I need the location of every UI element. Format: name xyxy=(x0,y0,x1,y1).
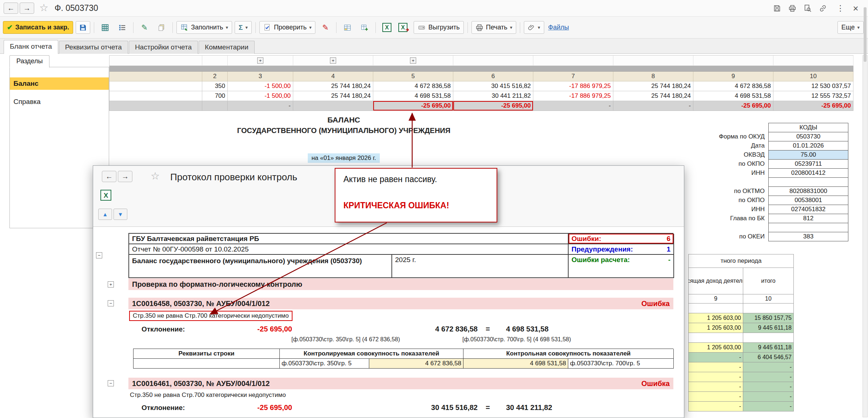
window-menu-kebab[interactable]: ⋮ xyxy=(834,3,847,14)
period-cell[interactable] xyxy=(688,333,743,343)
code-value[interactable]: 0208001412 xyxy=(768,168,848,178)
sheet-cell[interactable]: - xyxy=(533,101,613,111)
code-value[interactable]: 05239711 xyxy=(768,159,848,169)
tab-report-form[interactable]: Бланк отчета xyxy=(4,40,58,54)
sheet-cell[interactable] xyxy=(453,56,533,66)
sheet-cell[interactable]: 12 555 732,57 xyxy=(773,91,853,101)
period-cell[interactable]: - xyxy=(688,391,743,402)
period-cell[interactable]: - xyxy=(688,401,743,411)
period-cell[interactable]: - xyxy=(743,362,794,372)
sheet-column-header[interactable]: 4 xyxy=(293,72,373,81)
period-cell[interactable]: - xyxy=(688,372,743,382)
sheet-cell[interactable]: 4 672 836,58 xyxy=(693,81,773,91)
column-expand-button[interactable]: + xyxy=(410,57,416,64)
tab-report-details[interactable]: Реквизиты отчета xyxy=(59,41,128,54)
sheet-column-header[interactable]: 2 xyxy=(202,72,228,81)
collapse-toggle[interactable]: − xyxy=(96,252,102,258)
sheet-cell[interactable]: 30 441 211,82 xyxy=(453,91,533,101)
totals-button[interactable]: Σ ▾ xyxy=(235,21,252,34)
favorite-star-icon[interactable]: ☆ xyxy=(151,170,160,182)
sheet-cell[interactable]: 25 744 180,24 xyxy=(613,81,693,91)
edit-icon-button[interactable]: ✎ xyxy=(137,21,152,34)
check-2-header[interactable]: 1С0016461, 0503730, № АУБУ/004/1/012 Оши… xyxy=(128,378,673,389)
sheet-cell[interactable]: -25 695,00 xyxy=(773,101,853,111)
favorite-star-icon[interactable]: ☆ xyxy=(39,2,48,14)
sheet-column-header[interactable]: 9 xyxy=(693,72,773,81)
excel-export-icon-button[interactable]: X xyxy=(397,21,411,34)
sheet-cell[interactable]: 4 672 836,58 xyxy=(373,81,453,91)
period-cell[interactable]: 1 205 603,00 xyxy=(688,313,743,323)
sheet-cell[interactable]: - xyxy=(613,101,693,111)
sheet-cell[interactable]: 25 744 180,24 xyxy=(613,91,693,101)
protocol-forward-button[interactable]: → xyxy=(118,171,132,182)
back-button[interactable]: ← xyxy=(4,3,18,14)
save-button[interactable] xyxy=(76,21,90,34)
list-view-icon-button[interactable] xyxy=(115,21,130,34)
copy-icon-button[interactable] xyxy=(154,21,169,34)
window-close-button[interactable]: × xyxy=(849,3,862,14)
sidebar-item-spravka[interactable]: Справка xyxy=(10,96,109,108)
more-button[interactable]: Еще ▾ xyxy=(837,21,864,34)
period-cell[interactable]: 9 445 611,18 xyxy=(743,323,794,333)
sheet-cell[interactable]: 25 744 180,24 xyxy=(293,91,373,101)
report-date-value[interactable]: на «01» января 2026 г. xyxy=(308,153,380,163)
period-cell[interactable]: - xyxy=(743,401,794,411)
period-cell[interactable] xyxy=(743,303,794,313)
sections-tab[interactable]: Разделы xyxy=(9,55,49,68)
sheet-cell[interactable] xyxy=(110,81,202,91)
code-value[interactable]: 0274051832 xyxy=(768,205,848,214)
code-value[interactable]: 80208831000 xyxy=(768,186,848,196)
code-value[interactable] xyxy=(768,223,848,232)
collapse-toggle[interactable]: − xyxy=(108,300,114,306)
sheet-cell[interactable]: 4 698 531,58 xyxy=(373,91,453,101)
code-value[interactable]: 75.00 xyxy=(768,150,848,160)
sheet-column-header[interactable]: 8 xyxy=(613,72,693,81)
sheet-cell[interactable]: 350 xyxy=(202,81,228,91)
protocol-back-button[interactable]: ← xyxy=(102,171,116,182)
verify-button[interactable]: Проверить ▾ xyxy=(259,21,316,34)
forward-button[interactable]: → xyxy=(20,3,34,14)
sheet-cell[interactable] xyxy=(110,91,202,101)
period-cell[interactable]: - xyxy=(688,352,743,362)
code-value[interactable]: 01.01.2026 xyxy=(768,141,848,150)
sheet-cell[interactable]: -1 500,00 xyxy=(228,91,293,101)
sheet-cell[interactable] xyxy=(110,56,202,66)
window-print-icon[interactable] xyxy=(786,3,799,14)
next-error-button[interactable]: ▼ xyxy=(114,209,127,220)
tab-report-settings[interactable]: Настройки отчета xyxy=(129,41,198,54)
sheet-cell[interactable]: -1 500,00 xyxy=(228,81,293,91)
period-cell[interactable]: 6 404 546,57 xyxy=(743,352,794,362)
check-1-header[interactable]: 1С0016458, 0503730, № АУБУ/004/1/012 Оши… xyxy=(128,298,673,309)
excel-icon-button[interactable]: X xyxy=(379,21,394,34)
code-value[interactable]: 812 xyxy=(768,214,848,223)
window-link-icon[interactable] xyxy=(816,3,829,14)
sidebar-item-balance[interactable]: Баланс xyxy=(10,77,109,90)
grid-view-icon-button[interactable] xyxy=(98,21,112,34)
sheet-cell[interactable] xyxy=(613,56,693,66)
sheet-cell[interactable]: 25 744 180,24 xyxy=(293,81,373,91)
sheet-cell[interactable] xyxy=(202,101,228,111)
period-cell[interactable]: 9 445 611,18 xyxy=(743,342,794,353)
period-cell[interactable]: - xyxy=(743,372,794,382)
check-table-cell[interactable]: 4 672 836,58 xyxy=(369,359,463,369)
period-cell[interactable]: - xyxy=(743,391,794,402)
mark-error-icon-button[interactable]: ✎ xyxy=(318,21,333,34)
sheet-cell[interactable] xyxy=(533,56,613,66)
table-add-icon-button[interactable] xyxy=(357,21,372,34)
period-cell[interactable]: - xyxy=(688,362,743,372)
code-value[interactable]: 0503730 xyxy=(768,132,848,141)
collapse-toggle[interactable]: − xyxy=(108,380,114,386)
code-value[interactable] xyxy=(768,177,848,187)
sheet-cell[interactable]: 4 698 531,58 xyxy=(693,91,773,101)
vertical-scrollbar[interactable]: ▲ xyxy=(863,55,868,417)
period-cell[interactable]: - xyxy=(688,382,743,392)
period-cell[interactable]: 1 205 603,00 xyxy=(688,342,743,353)
window-preview-icon[interactable] xyxy=(801,3,814,14)
code-value[interactable]: 383 xyxy=(768,232,848,241)
sheet-column-header[interactable]: 5 xyxy=(373,72,453,81)
attachments-button[interactable]: ▾ xyxy=(524,21,544,34)
sheet-cell[interactable]: -17 886 979,25 xyxy=(533,81,613,91)
save-and-close-button[interactable]: ✔ Записать и закр. xyxy=(3,21,73,34)
check-table-cell[interactable]: ф.0503730\стр. 350\гр. 5 xyxy=(280,359,369,369)
window-save-icon[interactable] xyxy=(771,3,784,14)
